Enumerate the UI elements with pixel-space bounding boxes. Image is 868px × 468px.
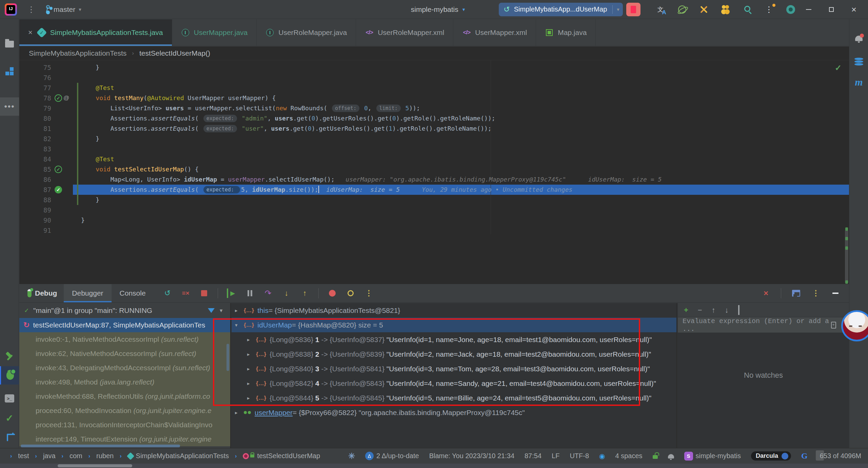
problems-toolwindow-button[interactable]: ✓ (0, 409, 19, 427)
vertical-scrollbar[interactable] (226, 344, 229, 371)
indent-widget[interactable]: 4 spaces (615, 452, 643, 460)
resume-button[interactable]: ▶ (227, 288, 236, 298)
spring-badge[interactable]: Ssimple-mybatis (684, 452, 741, 461)
clear-icon[interactable]: ≡× (181, 288, 191, 298)
remove-watch-button[interactable]: − (698, 306, 702, 315)
expand-icon[interactable]: ▾ (235, 322, 244, 328)
stack-frame[interactable]: invoke:43, DelegatingMethodAccessorImpl … (19, 361, 230, 375)
chevron-down-icon[interactable]: ▾ (617, 6, 619, 13)
bookmark-icon[interactable]: + (831, 322, 836, 329)
thread-selector[interactable]: ✓"main"@1 in group "main": RUNNING▼ (19, 303, 230, 318)
stop-button[interactable] (199, 288, 209, 298)
hide-button[interactable] (831, 288, 840, 298)
close-tab-icon[interactable]: × (28, 28, 33, 37)
variable-row-this[interactable]: ▸{…}this = {SimpleMybatisApplicationTest… (232, 303, 676, 318)
search-button[interactable] (742, 4, 752, 15)
tab-console[interactable]: Console (112, 284, 154, 302)
code-line-75[interactable]: 75 } (19, 62, 849, 73)
main-menu-icon[interactable]: ⋮ (27, 5, 35, 14)
variable-row-idUserMap[interactable]: ▾{…}idUserMap = {HashMap@5820} size = 5 (232, 318, 676, 332)
expand-icon[interactable]: ▸ (247, 337, 256, 343)
tab-UserRoleMapper.xml[interactable]: </>UserRoleMapper.xml (356, 19, 453, 46)
execution-point-icon[interactable]: ✓ (55, 186, 62, 193)
account-button[interactable] (786, 4, 796, 15)
test-passed-icon[interactable]: ✓ (55, 166, 62, 173)
theme-toggle-icon[interactable] (782, 453, 788, 460)
expand-icon[interactable]: ▸ (235, 410, 244, 416)
rerun-icon[interactable]: ↺ (163, 288, 172, 298)
code-line-86[interactable]: 86 Map<Long, UserInfo> idUserMap = userM… (19, 174, 849, 185)
stack-frame[interactable]: invoke:62, NativeMethodAccessorImpl (sun… (19, 347, 230, 361)
code-line-87[interactable]: 87✓ Assertions.assertEquals( expected: 5… (19, 185, 849, 195)
move-up-button[interactable]: ↑ (712, 306, 715, 315)
status-crumb-test[interactable]: test (18, 452, 29, 460)
status-crumb-ruben[interactable]: ruben (96, 452, 114, 460)
map-entry-row[interactable]: ▸{…}{Long@5836} 1 -> {UserInfo@5837} "Us… (232, 332, 676, 347)
stack-frame-selected[interactable]: ↻testSelectIdUserMap:87, SimpleMybatisAp… (19, 318, 230, 332)
plugin-icon[interactable] (677, 4, 687, 15)
expand-icon[interactable]: ▸ (247, 395, 256, 401)
code-line-84[interactable]: 84 @Test (19, 154, 849, 164)
pause-button[interactable] (245, 288, 255, 298)
translate-icon[interactable]: 文A (655, 4, 666, 15)
notifications-button[interactable] (849, 29, 868, 47)
tab-Map.java[interactable]: Map.java (536, 19, 596, 46)
stack-frame[interactable]: proceed:60, MethodInvocation (org.junit.… (19, 404, 230, 418)
more-options-icon[interactable]: ⋮ (764, 4, 774, 15)
more-icon[interactable]: ⋮ (364, 288, 374, 298)
horizontal-scrollbar[interactable] (21, 445, 180, 447)
stack-frame[interactable]: invoke:498, Method (java.lang.reflect) (19, 375, 230, 389)
tab-SimpleMybatisApplicationTests.java[interactable]: ×SimpleMybatisApplicationTests.java (19, 19, 172, 46)
tab-UserMapper.java[interactable]: IUserMapper.java (172, 19, 257, 46)
code-line-89[interactable]: 89 (19, 205, 849, 215)
stack-frame[interactable]: invokeMethod:688, ReflectionUtils (org.j… (19, 389, 230, 404)
evaluate-expression-input[interactable]: Evaluate expression (Enter) or add a ...… (678, 317, 849, 333)
run-configuration-widget[interactable]: ↺ SimpleMybatisApp...dUserMap ▾ (499, 3, 623, 16)
status-crumb-java[interactable]: java (43, 452, 56, 460)
code-line-90[interactable]: 90} (19, 215, 849, 225)
inspections-ok-icon[interactable]: ✓ (835, 63, 842, 73)
git-branch-widget[interactable]: master ▾ (44, 5, 81, 14)
tab-debugger[interactable]: Debugger (64, 284, 111, 302)
breadcrumb-method[interactable]: testSelectIdUserMap() (139, 49, 210, 57)
tab-UserMapper.xml[interactable]: </>UserMapper.xml (453, 19, 536, 46)
chevron-down-icon[interactable]: ▼ (219, 308, 223, 313)
debug-toolwindow-button[interactable] (0, 366, 19, 385)
users-icon[interactable] (721, 4, 731, 15)
code-line-79[interactable]: 79 List<UserInfo> users = userMapper.sel… (19, 103, 849, 113)
restore-button[interactable] (829, 7, 834, 12)
add-watch-button[interactable]: + (684, 306, 688, 315)
map-entry-row[interactable]: ▸{…}{Long@5842} 4 -> {UserInfo@5843} "Us… (232, 376, 676, 391)
theme-widget[interactable]: Darcula (751, 451, 791, 461)
stack-frame[interactable]: invoke0:-1, NativeMethodAccessorImpl (su… (19, 332, 230, 347)
line-separator-widget[interactable]: LF (552, 452, 559, 460)
code-line-85[interactable]: 85✓ void testSelectIdUserMap() { (19, 164, 849, 174)
status-crumb-com[interactable]: com (70, 452, 82, 460)
layout-settings-button[interactable] (791, 288, 801, 298)
expand-icon[interactable]: ▸ (247, 366, 256, 372)
code-line-82[interactable]: 82 } (19, 134, 849, 144)
expand-icon[interactable]: ▸ (247, 380, 256, 387)
expand-icon[interactable]: ▸ (247, 351, 256, 357)
build-toolwindow-button[interactable] (0, 348, 19, 366)
status-crumb-SimpleMybatisApplicationTests[interactable]: SimpleMybatisApplicationTests (128, 452, 229, 460)
lock-widget[interactable] (653, 453, 658, 459)
more-icon[interactable]: ⋮ (811, 288, 821, 298)
memory-indicator[interactable]: 653 of 4096M (818, 452, 861, 460)
mute-breakpoints-button[interactable] (328, 288, 337, 298)
google-icon[interactable]: G (801, 451, 808, 461)
code-line-77[interactable]: 77 @Test (19, 83, 849, 93)
breadcrumb-class[interactable]: SimpleMybatisApplicationTests (29, 49, 126, 57)
tools-icon[interactable] (699, 4, 709, 15)
tab-UserRoleMapper.java[interactable]: IUserRoleMapper.java (257, 19, 356, 46)
minimize-button[interactable] (806, 9, 811, 10)
expand-icon[interactable]: ▸ (235, 307, 244, 314)
highlighting-level-icon[interactable]: ◉ (599, 452, 605, 460)
database-toolwindow-button[interactable] (849, 52, 868, 70)
variable-row-userMapper[interactable]: ▸userMapper = {$Proxy66@5822} "org.apach… (232, 405, 676, 420)
stack-frame[interactable]: intercept:149, TimeoutExtension (org.jun… (19, 432, 230, 446)
code-editor[interactable]: 75 }7677 @Test78✓@ void testMany(@Autowi… (19, 60, 849, 284)
code-line-83[interactable]: 83 (19, 144, 849, 154)
blame-widget[interactable]: Blame: You 2023/3/10 21:34 (429, 452, 514, 460)
run-gutter-icon[interactable]: @ (63, 95, 69, 101)
